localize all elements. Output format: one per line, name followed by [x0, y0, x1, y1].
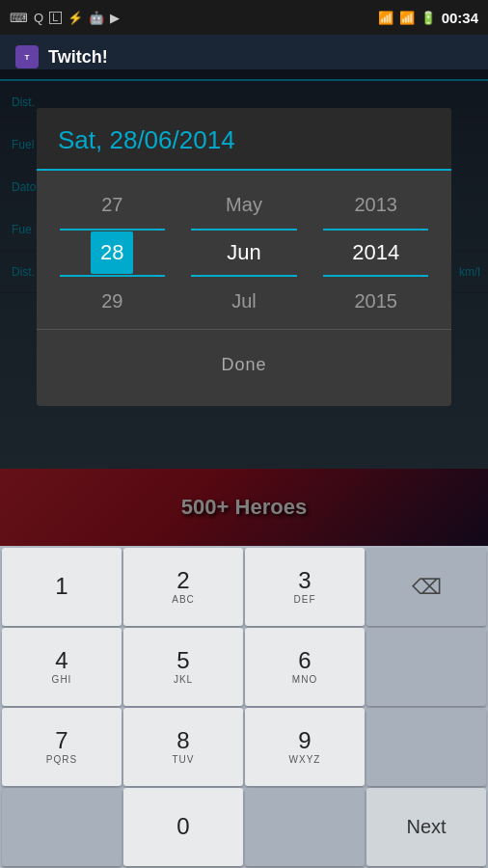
usb-icon: ⚡	[68, 11, 83, 25]
year-column[interactable]: 2013 2014 2015	[310, 180, 442, 325]
clock: 00:34	[442, 10, 478, 26]
date-picker-dialog: Sat, 28/06/2014 27 28 29 May	[37, 108, 451, 406]
lg-icon: Q	[34, 11, 43, 25]
key-0[interactable]: 0	[123, 788, 243, 866]
key-3[interactable]: 3 DEF	[245, 548, 365, 626]
status-bar-left: ⌨ Q 🄻 ⚡ 🤖 ▶	[10, 11, 120, 25]
status-bar-right: 📶 📶 🔋 00:34	[378, 10, 478, 26]
dialog-button-row: Done	[37, 334, 451, 396]
android-icon: 🤖	[89, 11, 104, 25]
keyboard-icon: ⌨	[10, 11, 28, 25]
app-background: T Twitch! Dist. Fuel Dato Fue Dist. km/l…	[0, 35, 488, 546]
key-2[interactable]: 2 ABC	[123, 548, 243, 626]
day-selected-bg: 28	[91, 231, 133, 274]
key-8[interactable]: 8 TUV	[123, 708, 243, 786]
key-6[interactable]: 6 MNO	[245, 628, 365, 706]
year-next: 2015	[310, 277, 442, 325]
status-bar: ⌨ Q 🄻 ⚡ 🤖 ▶ 📶 📶 🔋 00:34	[0, 0, 488, 35]
next-label: Next	[406, 816, 446, 838]
key-empty-r3	[366, 708, 486, 786]
key-5[interactable]: 5 JKL	[123, 628, 243, 706]
key-7[interactable]: 7 PQRS	[2, 708, 122, 786]
battery-icon: 🔋	[420, 11, 436, 25]
wifi-icon: 📶	[378, 11, 393, 25]
twitch-logo: T	[15, 45, 39, 68]
media-icon: ▶	[110, 11, 120, 25]
month-selected[interactable]: Jun	[178, 229, 311, 277]
month-next: Jul	[178, 277, 311, 325]
key-empty-r4	[2, 788, 122, 866]
key-4[interactable]: 4 GHI	[2, 628, 122, 706]
backspace-icon: ⌫	[412, 575, 442, 600]
month-prev: May	[178, 180, 311, 229]
year-selected[interactable]: 2014	[310, 229, 442, 277]
dialog-divider	[37, 329, 451, 330]
day-column[interactable]: 27 28 29	[46, 180, 178, 325]
key-empty-r2	[366, 628, 486, 706]
date-picker-body: 27 28 29 May Jun Jul	[37, 171, 451, 406]
next-button[interactable]: Next	[366, 788, 486, 866]
key-1[interactable]: 1	[2, 548, 122, 626]
signal-icon: 📶	[399, 11, 415, 25]
keyboard: 1 2 ABC 3 DEF ⌫ 4 GHI 5 JKL 6 MNO 7 PQRS…	[0, 546, 488, 868]
day-prev: 27	[46, 180, 178, 229]
key-9[interactable]: 9 WXYZ	[245, 708, 365, 786]
key-empty-r4b	[245, 788, 365, 866]
day-next: 29	[46, 277, 178, 325]
lg2-icon: 🄻	[49, 11, 62, 25]
app-title: Twitch!	[48, 47, 108, 68]
backspace-button[interactable]: ⌫	[366, 548, 486, 626]
date-picker-cols: 27 28 29 May Jun Jul	[37, 180, 451, 325]
year-prev: 2013	[310, 180, 442, 229]
dialog-overlay: Sat, 28/06/2014 27 28 29 May	[0, 69, 488, 546]
day-selected[interactable]: 28	[46, 229, 178, 277]
month-column[interactable]: May Jun Jul	[178, 180, 311, 325]
date-picker-header: Sat, 28/06/2014	[37, 108, 451, 171]
done-button[interactable]: Done	[198, 347, 289, 383]
date-header-text: Sat, 28/06/2014	[58, 125, 430, 155]
